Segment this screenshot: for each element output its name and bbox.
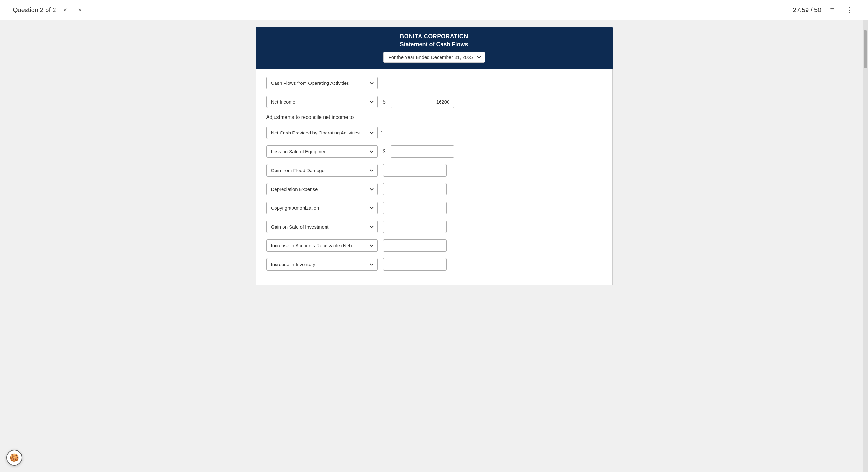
net-income-dollar-sign: $ — [383, 99, 386, 105]
gain-sale-investment-input[interactable] — [383, 220, 446, 233]
list-icon-button[interactable]: ≡ — [828, 4, 837, 15]
statement-title: Statement of Cash Flows — [265, 41, 603, 48]
score-label: 27.59 / 50 — [793, 6, 821, 14]
net-cash-dropdown[interactable]: Net Cash Provided by Operating Activitie… — [266, 126, 378, 139]
top-bar-right: 27.59 / 50 ≡ ⋮ — [793, 4, 855, 15]
gain-sale-investment-dropdown[interactable]: Gain on Sale of Investment — [266, 220, 378, 233]
gain-flood-damage-row: Gain from Flood Damage — [266, 164, 602, 177]
depreciation-expense-row: Depreciation Expense — [266, 183, 602, 195]
net-income-dropdown[interactable]: Net Income — [266, 96, 378, 108]
cash-flows-row: Cash Flows from Operating Activities — [266, 77, 602, 89]
increase-inventory-dropdown[interactable]: Increase in Inventory — [266, 258, 378, 271]
copyright-amortization-dropdown[interactable]: Copyright Amortization — [266, 202, 378, 214]
next-button[interactable]: > — [75, 5, 84, 15]
more-options-button[interactable]: ⋮ — [843, 4, 855, 15]
increase-accounts-receivable-input[interactable] — [383, 239, 446, 252]
net-income-input[interactable] — [391, 96, 454, 108]
date-select[interactable]: For the Year Ended December 31, 2025 — [383, 52, 485, 63]
loss-sale-equipment-dropdown[interactable]: Loss on Sale of Equipment — [266, 145, 378, 158]
copyright-amortization-input[interactable] — [383, 202, 446, 214]
loss-sale-equipment-input[interactable] — [391, 145, 454, 158]
scrollbar-track[interactable] — [863, 20, 868, 298]
gain-sale-investment-row: Gain on Sale of Investment — [266, 220, 602, 233]
gain-flood-damage-dropdown[interactable]: Gain from Flood Damage — [266, 164, 378, 177]
statement-header: BONITA CORPORATION Statement of Cash Flo… — [256, 27, 613, 69]
adjustments-label: Adjustments to reconcile net income to — [266, 114, 602, 120]
depreciation-expense-input[interactable] — [383, 183, 446, 195]
increase-inventory-input[interactable] — [383, 258, 446, 271]
company-name: BONITA CORPORATION — [265, 33, 603, 40]
question-label: Question 2 of 2 — [13, 6, 56, 14]
depreciation-expense-dropdown[interactable]: Depreciation Expense — [266, 183, 378, 195]
increase-accounts-receivable-row: Increase in Accounts Receivable (Net) — [266, 239, 602, 252]
main-content: BONITA CORPORATION Statement of Cash Flo… — [243, 20, 625, 298]
net-cash-row: Net Cash Provided by Operating Activitie… — [266, 126, 602, 139]
cash-flows-dropdown[interactable]: Cash Flows from Operating Activities — [266, 77, 378, 89]
top-bar-left: Question 2 of 2 < > — [13, 5, 84, 15]
increase-accounts-receivable-dropdown[interactable]: Increase in Accounts Receivable (Net) — [266, 239, 378, 252]
top-bar: Question 2 of 2 < > 27.59 / 50 ≡ ⋮ — [0, 0, 868, 20]
scrollbar-thumb[interactable] — [864, 30, 867, 68]
loss-sale-dollar-sign: $ — [383, 149, 386, 154]
colon-separator: : — [381, 129, 382, 136]
prev-button[interactable]: < — [61, 5, 70, 15]
increase-inventory-row: Increase in Inventory — [266, 258, 602, 271]
form-section: Cash Flows from Operating Activities Net… — [256, 69, 613, 285]
date-select-wrapper: For the Year Ended December 31, 2025 — [265, 52, 603, 63]
copyright-amortization-row: Copyright Amortization — [266, 202, 602, 214]
net-income-row: Net Income $ — [266, 96, 602, 108]
gain-flood-damage-input[interactable] — [383, 164, 446, 177]
loss-sale-equipment-row: Loss on Sale of Equipment $ — [266, 145, 602, 158]
